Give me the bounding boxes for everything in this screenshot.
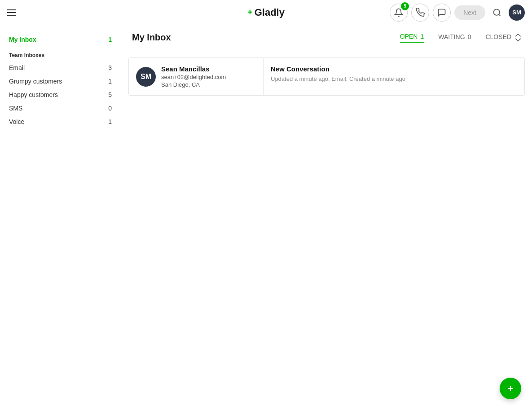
sidebar-sms-label: SMS [9,105,22,112]
search-button[interactable] [489,4,505,21]
sidebar-item-happy-customers[interactable]: Happy customers 5 [0,88,121,101]
next-button[interactable]: Next [454,5,485,20]
chevrons[interactable] [515,34,521,42]
sidebar-email-count: 3 [108,64,112,71]
header-center: + Gladly [247,7,285,18]
header-right: 9 Next SM [390,4,525,22]
header-left [7,9,16,16]
sidebar-happy-label: Happy customers [9,91,58,98]
tab-open-count: 1 [420,33,424,40]
tab-waiting[interactable]: WAITING 0 [438,33,471,42]
tabs: OPEN 1 WAITING 0 CLOSED [400,33,511,43]
conversation-title: New Conversation [271,65,517,73]
layout: My Inbox 1 Team Inboxes Email 3 Grumpy c… [0,25,532,410]
tab-waiting-label: WAITING [438,33,465,40]
sidebar-item-sms[interactable]: SMS 0 [0,101,121,115]
sidebar: My Inbox 1 Team Inboxes Email 3 Grumpy c… [0,25,121,410]
svg-point-0 [494,9,500,15]
conversation-card[interactable]: SM Sean Mancillas sean+02@delighted.com … [128,57,525,96]
sidebar-voice-label: Voice [9,118,24,125]
contact-email: sean+02@delighted.com [161,74,226,80]
logo-plus: + [247,7,253,18]
tab-open[interactable]: OPEN 1 [400,33,424,43]
logo: + Gladly [247,7,285,18]
sidebar-item-grumpy-customers[interactable]: Grumpy customers 1 [0,75,121,88]
main-header: My Inbox OPEN 1 WAITING 0 CLOSED [121,25,532,50]
tab-waiting-count: 0 [468,33,471,40]
sidebar-grumpy-count: 1 [108,78,112,85]
conversation-detail: New Conversation Updated a minute ago, E… [264,58,524,95]
menu-icon[interactable] [7,9,16,16]
sidebar-sms-count: 0 [108,105,112,112]
logo-text: Gladly [255,7,285,18]
notifications-button[interactable]: 9 [390,4,408,22]
tab-open-label: OPEN [400,33,418,40]
team-inboxes-header: Team Inboxes [0,47,121,61]
contact-header: SM Sean Mancillas sean+02@delighted.com … [136,65,256,88]
user-avatar[interactable]: SM [509,4,525,21]
conversation-meta: Updated a minute ago, Email, Created a m… [271,75,517,82]
create-button[interactable]: + [500,378,521,399]
my-inbox-count: 1 [108,36,112,43]
tab-closed[interactable]: CLOSED [485,33,511,42]
sidebar-email-label: Email [9,64,25,71]
contact-avatar: SM [136,67,156,87]
notification-badge: 9 [401,2,409,10]
sidebar-item-email[interactable]: Email 3 [0,61,121,75]
sidebar-item-voice[interactable]: Voice 1 [0,115,121,128]
chat-button[interactable] [433,4,451,22]
phone-button[interactable] [411,4,429,22]
sidebar-happy-count: 5 [108,91,112,98]
main-content: My Inbox OPEN 1 WAITING 0 CLOSED [121,25,532,410]
sidebar-grumpy-label: Grumpy customers [9,78,62,85]
contact-panel: SM Sean Mancillas sean+02@delighted.com … [129,58,264,95]
sidebar-voice-count: 1 [108,118,112,125]
contact-info: Sean Mancillas sean+02@delighted.com San… [161,65,226,88]
page-title: My Inbox [132,32,400,43]
tab-closed-label: CLOSED [485,33,511,40]
contact-name: Sean Mancillas [161,65,226,73]
my-inbox-label: My Inbox [9,36,36,43]
header: + Gladly 9 Next SM [0,0,532,25]
contact-location: San Diego, CA [161,81,226,88]
conversation-list: SM Sean Mancillas sean+02@delighted.com … [121,50,532,410]
svg-line-1 [499,14,501,16]
sidebar-item-my-inbox[interactable]: My Inbox 1 [0,32,121,47]
